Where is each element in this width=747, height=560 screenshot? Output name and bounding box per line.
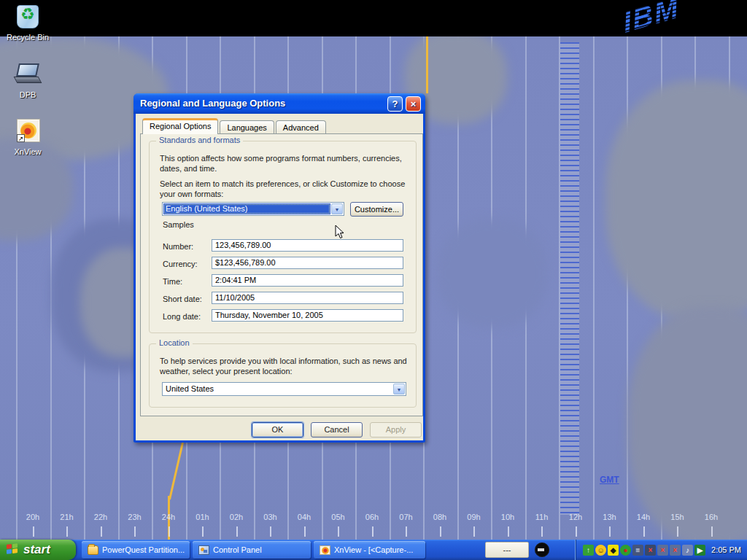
- desktop-icon-recycle-bin[interactable]: ♻ Recycle Bin: [0, 4, 55, 43]
- cancel-button[interactable]: Cancel: [311, 422, 363, 438]
- timezone-label: 05h: [322, 513, 355, 521]
- recycle-bin-icon: ♻: [14, 4, 42, 30]
- tab-regional-options[interactable]: Regional Options: [142, 118, 218, 134]
- timezone-label: 03h: [254, 513, 287, 521]
- location-group: Location To help services provide you wi…: [149, 343, 417, 408]
- timezone-tick: [711, 526, 713, 537]
- samples-label: Samples: [163, 219, 194, 230]
- xnview-icon: ↗: [14, 118, 42, 144]
- remote-network-error-icon[interactable]: ×: [670, 545, 681, 556]
- currency-sample-field[interactable]: $123,456,789.00: [212, 257, 403, 269]
- short-date-sample-field[interactable]: 11/10/2005: [212, 292, 403, 304]
- support-headset-icon[interactable]: ☺: [595, 545, 606, 556]
- timezone-label: 10h: [491, 513, 525, 521]
- tab-advanced[interactable]: Advanced: [276, 120, 326, 133]
- close-button[interactable]: ×: [406, 96, 421, 112]
- timezone-label: 02h: [220, 513, 253, 521]
- timezone-label: 13h: [593, 513, 627, 521]
- timezone-tick: [643, 526, 645, 537]
- timezone-tick: [202, 526, 204, 537]
- timezone-tick: [440, 526, 441, 537]
- mouse-cursor: [335, 225, 345, 240]
- location-combobox[interactable]: United States ▼: [162, 382, 406, 396]
- wireless-error-icon[interactable]: ×: [645, 545, 656, 556]
- timezone-tick: [508, 526, 509, 537]
- ibm-logo: IBM: [621, 0, 681, 39]
- help-button[interactable]: ?: [387, 96, 403, 112]
- network-device-icon[interactable]: ≡: [632, 545, 643, 556]
- timezone-tick: [576, 526, 577, 537]
- timezone-tick: [33, 526, 34, 537]
- language-bar-icon[interactable]: ▶: [694, 545, 705, 556]
- timezone-tick: [406, 526, 407, 537]
- folder-icon: [88, 545, 98, 555]
- safely-remove-hardware-icon[interactable]: ↑: [583, 545, 594, 556]
- map-landmass: [438, 219, 547, 328]
- format-combobox-value: English (United States): [163, 203, 330, 214]
- timezone-label: 09h: [457, 513, 491, 521]
- system-tray: ↑☺◆●≡×××♪▶2:05 PM: [575, 540, 747, 560]
- timezone-tick: [169, 526, 170, 537]
- ok-button[interactable]: OK: [252, 422, 303, 438]
- taskbar-button-control-panel[interactable]: Control Panel: [193, 541, 311, 559]
- taskbar-button-label: XnView - [<Capture-...: [334, 545, 413, 554]
- status-dots-icon[interactable]: ●: [620, 545, 631, 556]
- taskbar-clock[interactable]: 2:05 PM: [711, 545, 741, 554]
- timezone-label: 01h: [186, 513, 220, 521]
- xnview-icon: [320, 545, 330, 555]
- network-error-icon[interactable]: ×: [657, 545, 668, 556]
- timezone-tick: [304, 526, 306, 537]
- timezone-line: [627, 36, 628, 540]
- sample-row-label: Long date:: [163, 311, 201, 322]
- timezone-label: 22h: [84, 513, 117, 521]
- wallpaper-top-band: IBM: [0, 0, 747, 36]
- apply-button[interactable]: Apply: [370, 422, 422, 438]
- chevron-down-icon[interactable]: ▼: [393, 384, 405, 394]
- timezone-label: 06h: [355, 513, 389, 521]
- sample-row-label: Short date:: [163, 294, 202, 304]
- plug-icon[interactable]: [535, 542, 549, 557]
- start-button[interactable]: start: [0, 540, 76, 560]
- desktop: GMT 20h21h22h23h24h01h02h03h04h05h06h07h…: [0, 0, 747, 560]
- chevron-down-icon[interactable]: ▼: [331, 203, 343, 214]
- desktop-icon-xnview[interactable]: ↗ XnView: [0, 118, 55, 158]
- map-landmass: [605, 80, 747, 321]
- timezone-label: 11h: [525, 513, 559, 521]
- desktop-icon-dpb[interactable]: DPB: [0, 61, 55, 101]
- taskbar-button-powerquest[interactable]: PowerQuest Partition...: [82, 541, 190, 559]
- taskbar-button-label: PowerQuest Partition...: [102, 545, 185, 554]
- long-date-sample-field[interactable]: Thursday, November 10, 2005: [212, 309, 403, 322]
- timezone-tick: [338, 526, 339, 537]
- control-panel-icon: [198, 545, 209, 555]
- time-marker-line: [426, 36, 428, 93]
- timezone-label: 24h: [152, 513, 185, 521]
- laptop-icon: [14, 61, 42, 88]
- timezone-label: 20h: [16, 513, 50, 521]
- timezone-label: 15h: [661, 513, 694, 521]
- taskbar-button-xnview[interactable]: XnView - [<Capture-...: [314, 541, 425, 559]
- taskbar-toolbar[interactable]: ---: [485, 542, 529, 558]
- timezone-tick: [372, 526, 374, 537]
- volume-icon[interactable]: ♪: [682, 545, 693, 556]
- dialog-titlebar[interactable]: Regional and Language Options ? ×: [133, 93, 425, 114]
- timezone-label: 21h: [50, 513, 84, 521]
- timezone-label: 07h: [390, 513, 423, 521]
- antivirus-diamond-icon[interactable]: ◆: [608, 545, 619, 556]
- standards-and-formats-group: Standards and formats This option affect…: [149, 141, 417, 333]
- timezone-label: 23h: [118, 513, 152, 521]
- tab-languages[interactable]: Languages: [220, 120, 274, 133]
- customize-button[interactable]: Customize...: [350, 202, 403, 217]
- map-landmass: [627, 306, 747, 540]
- location-combobox-value: United States: [163, 384, 392, 394]
- time-sample-field[interactable]: 2:04:41 PM: [212, 274, 403, 287]
- groupbox-title: Standards and formats: [156, 136, 243, 144]
- desktop-icon-label: XnView: [14, 147, 41, 156]
- timezone-tick: [473, 526, 475, 537]
- format-combobox[interactable]: English (United States) ▼: [162, 202, 344, 216]
- timezone-tick: [66, 526, 68, 537]
- desktop-icon-label: Recycle Bin: [7, 33, 49, 42]
- number-sample-field[interactable]: 123,456,789.00: [212, 239, 403, 252]
- timezone-line: [593, 36, 595, 540]
- timezone-tick: [609, 526, 611, 537]
- timezone-label: 08h: [423, 513, 457, 521]
